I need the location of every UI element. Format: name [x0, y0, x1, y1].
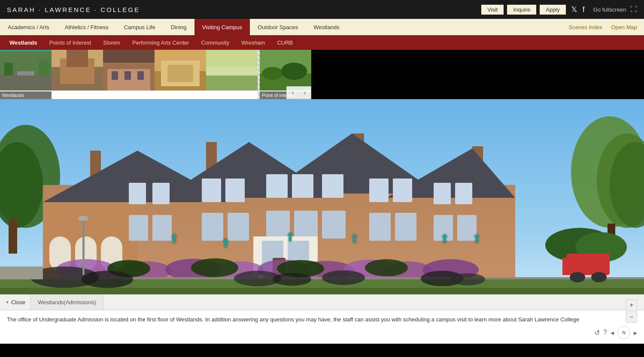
svg-rect-58 — [434, 183, 451, 204]
svg-rect-3 — [4, 63, 13, 76]
subnav-community[interactable]: Community — [195, 35, 235, 50]
svg-point-101 — [570, 272, 585, 282]
thumb-image-5 — [206, 50, 258, 91]
svg-point-24 — [262, 67, 283, 80]
thumb-image-3 — [103, 50, 155, 91]
open-map-link[interactable]: Open Map — [611, 24, 637, 30]
refresh-icon[interactable]: ↺ — [594, 329, 600, 337]
svg-point-94 — [273, 273, 311, 286]
svg-rect-68 — [395, 213, 416, 241]
svg-point-85 — [191, 258, 238, 277]
inquire-button[interactable]: Inquire — [507, 5, 536, 15]
compass[interactable]: N — [617, 326, 630, 339]
subnav-points-of-interest[interactable]: Points of Interest — [43, 35, 97, 50]
main-nav-right: Scenes Index Open Map — [569, 24, 644, 30]
svg-rect-66 — [322, 211, 346, 239]
thumb-prev-button[interactable]: ‹ — [287, 87, 299, 99]
nav-athletics-fitness[interactable]: Athletics / Fitness — [57, 19, 116, 35]
thumbnail-4[interactable] — [155, 50, 206, 99]
zoom-out-button[interactable]: − — [626, 312, 637, 323]
svg-point-104 — [78, 216, 88, 221]
mini-controls: ↺ ? ◂ N ▸ — [594, 326, 637, 339]
scene-arrow-3[interactable]: ⬆ — [285, 230, 295, 244]
visit-button[interactable]: Visit — [481, 5, 504, 15]
svg-rect-53 — [266, 174, 288, 198]
scenes-index-link[interactable]: Scenes Index — [569, 24, 603, 30]
apply-button[interactable]: Apply — [540, 5, 566, 15]
thumbnail-2[interactable] — [52, 50, 103, 99]
svg-rect-56 — [369, 178, 389, 202]
svg-rect-2 — [0, 76, 52, 91]
bottom-right-controls: + − ↺ ? ◂ N ▸ — [594, 295, 637, 344]
scene-arrow-1[interactable]: ⬆ — [169, 232, 179, 246]
svg-rect-63 — [228, 213, 249, 241]
svg-rect-60 — [129, 215, 148, 241]
subnav-curb[interactable]: CURB — [271, 35, 299, 50]
svg-point-97 — [451, 273, 485, 285]
svg-rect-103 — [82, 219, 85, 275]
svg-point-95 — [322, 270, 365, 285]
svg-rect-65 — [294, 211, 318, 239]
svg-rect-90 — [0, 288, 644, 294]
close-arrow-icon: ▼ — [5, 300, 9, 305]
subnav-performing-arts-center[interactable]: Performing Arts Center — [126, 35, 195, 50]
nav-westlands[interactable]: Westlands — [306, 19, 347, 35]
facebook-icon[interactable]: f — [583, 5, 585, 14]
scene-arrow-5[interactable]: ⬆ — [440, 232, 450, 246]
pan-left-icon[interactable]: ◂ — [611, 329, 614, 337]
nav-visiting-campus[interactable]: Visiting Campus — [194, 19, 250, 35]
bottom-panel: ▼ Close Westlands(Admissions) The office… — [0, 294, 644, 344]
thumbnail-1[interactable]: Westlands — [0, 50, 52, 99]
pan-right-icon[interactable]: ▸ — [634, 329, 637, 337]
scene-arrow-4[interactable]: ⬆ — [349, 232, 359, 246]
zoom-in-button[interactable]: + — [626, 300, 637, 311]
scene-arrow-2[interactable]: ⬆ — [221, 236, 231, 250]
subnav-slonim[interactable]: Slonim — [97, 35, 126, 50]
svg-point-102 — [591, 272, 607, 282]
bottom-tab-westlands-admissions[interactable]: Westlands(Admissions) — [31, 295, 103, 310]
svg-rect-59 — [455, 183, 472, 204]
subnav-westlands[interactable]: Westlands — [3, 35, 43, 50]
help-icon[interactable]: ? — [603, 329, 607, 336]
main-nav-left: Academics / Arts Athletics / Fitness Cam… — [0, 19, 347, 35]
fullscreen-link[interactable]: Go fullscreen ⛶ — [593, 6, 637, 13]
thumb-image-4 — [155, 50, 206, 91]
panorama-viewer[interactable]: ⬆ ⬆ ⬆ ⬆ ⬆ ⬆ — [0, 99, 644, 294]
svg-rect-55 — [322, 174, 343, 198]
svg-point-92 — [82, 271, 133, 288]
svg-rect-62 — [202, 213, 223, 241]
svg-rect-13 — [125, 71, 131, 80]
thumbnail-5[interactable] — [206, 50, 258, 99]
nav-academics-arts[interactable]: Academics / Arts — [0, 19, 57, 35]
thumb-next-button[interactable]: › — [299, 87, 311, 99]
svg-rect-98 — [0, 266, 43, 279]
nav-campus-life[interactable]: Campus Life — [116, 19, 163, 35]
thumb-image-1 — [0, 50, 52, 91]
close-button[interactable]: ▼ Close — [0, 295, 31, 310]
svg-rect-57 — [393, 178, 412, 202]
active-indicator — [0, 50, 52, 51]
svg-rect-29 — [9, 219, 17, 254]
twitter-icon[interactable]: 𝕏 — [571, 5, 577, 14]
svg-point-87 — [365, 259, 408, 276]
nav-outdoor-spaces[interactable]: Outdoor Spaces — [250, 19, 306, 35]
svg-rect-50 — [152, 183, 170, 204]
header-right: Visit Inquire Apply 𝕏 f Go fullscreen ⛶ — [481, 5, 637, 15]
bottom-content: The office of Undergraduate Admission is… — [0, 310, 644, 344]
thumbnail-strip: Westlands — [0, 50, 311, 99]
svg-rect-8 — [67, 50, 88, 67]
svg-rect-12 — [112, 71, 118, 80]
close-label: Close — [11, 299, 25, 306]
svg-rect-99 — [567, 254, 610, 275]
sub-nav: Westlands Points of Interest Slonim Perf… — [0, 35, 644, 50]
header: SARAH · LAWRENCE · COLLEGE Visit Inquire… — [0, 0, 644, 19]
svg-rect-67 — [369, 213, 391, 241]
nav-dining[interactable]: Dining — [163, 19, 194, 35]
scene-arrow-6[interactable]: ⬆ — [472, 232, 482, 246]
thumbnail-3[interactable] — [103, 50, 155, 99]
thumb-image-2 — [52, 50, 103, 91]
subnav-wrexham[interactable]: Wrexham — [235, 35, 271, 50]
bottom-tabs: ▼ Close Westlands(Admissions) — [0, 295, 644, 310]
svg-rect-14 — [137, 71, 144, 80]
svg-rect-52 — [225, 178, 245, 202]
